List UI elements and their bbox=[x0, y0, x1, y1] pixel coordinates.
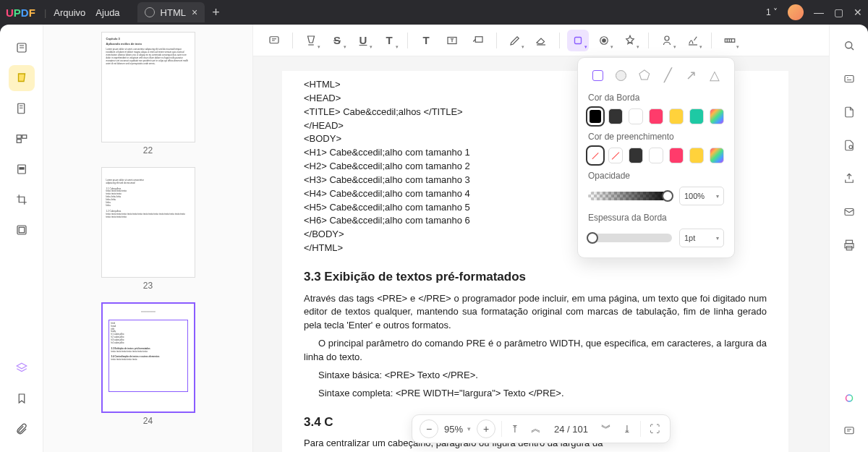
fit-page-icon[interactable]: ⛶ bbox=[647, 423, 663, 435]
page-number[interactable]: 24 / 101 bbox=[550, 424, 592, 435]
svg-rect-6 bbox=[20, 168, 24, 169]
textbox-tool-icon[interactable] bbox=[441, 30, 463, 51]
bookmark-icon[interactable] bbox=[9, 385, 35, 412]
reader-tool-icon[interactable] bbox=[9, 35, 35, 61]
svg-rect-12 bbox=[575, 37, 582, 43]
close-icon[interactable]: × bbox=[192, 7, 197, 18]
highlight-tool-icon[interactable]: ▾ bbox=[300, 30, 322, 51]
svg-point-15 bbox=[665, 36, 669, 40]
thickness-value[interactable]: 1pt▾ bbox=[679, 229, 724, 247]
document-tab[interactable]: HTML × bbox=[137, 2, 205, 22]
border-color-row bbox=[588, 108, 724, 124]
thumb-label: 22 bbox=[143, 145, 153, 155]
email-icon[interactable] bbox=[838, 201, 860, 223]
shape-oval-icon[interactable] bbox=[614, 68, 627, 82]
print-icon[interactable] bbox=[838, 234, 860, 256]
maximize-icon[interactable]: ▢ bbox=[834, 7, 843, 18]
ocr-icon[interactable] bbox=[838, 68, 860, 90]
close-window-icon[interactable]: ✕ bbox=[854, 7, 862, 18]
share-icon[interactable] bbox=[838, 168, 860, 189]
shape-tool-icon[interactable]: ▾ bbox=[567, 30, 589, 51]
strikethrough-tool-icon[interactable]: S▾ bbox=[326, 30, 348, 51]
shape-triangle-icon[interactable]: △ bbox=[708, 68, 721, 82]
zoom-out-icon[interactable]: − bbox=[420, 419, 438, 438]
swatch-white[interactable] bbox=[649, 148, 663, 163]
sign-tool-icon[interactable]: ▾ bbox=[656, 30, 678, 51]
stamp-tool-icon[interactable]: ▾ bbox=[593, 30, 615, 51]
swatch-teal[interactable] bbox=[689, 108, 704, 124]
edit-tool-icon[interactable] bbox=[9, 95, 35, 121]
swatch-pink[interactable] bbox=[649, 108, 663, 124]
swatch-custom[interactable] bbox=[710, 148, 724, 163]
measure-tool-icon[interactable]: ▾ bbox=[719, 30, 741, 51]
text-tool-icon[interactable]: T bbox=[415, 30, 437, 51]
titlebar: UPDF | Arquivo Ajuda HTML × + 1 ˅ — ▢ ✕ bbox=[0, 0, 868, 25]
tab-title: HTML bbox=[161, 7, 186, 18]
comment-panel-icon[interactable] bbox=[838, 420, 860, 442]
redact-tool-icon[interactable] bbox=[9, 156, 35, 182]
svg-rect-8 bbox=[19, 227, 25, 233]
shape-arrow-icon[interactable]: ↗ bbox=[684, 68, 697, 82]
fill-color-row bbox=[588, 148, 724, 163]
menu-file[interactable]: Arquivo bbox=[54, 7, 85, 18]
swatch-pink[interactable] bbox=[669, 148, 684, 163]
zoom-in-icon[interactable]: + bbox=[477, 419, 495, 438]
swatch-dark[interactable] bbox=[629, 148, 643, 163]
signature-tool-icon[interactable]: ▾ bbox=[682, 30, 704, 51]
thumb-label: 23 bbox=[143, 281, 153, 291]
swatch-none[interactable] bbox=[588, 148, 603, 163]
menu-help[interactable]: Ajuda bbox=[95, 7, 119, 18]
next-page-icon[interactable]: ︾ bbox=[598, 422, 614, 435]
svg-point-17 bbox=[845, 42, 851, 48]
swatch-custom[interactable] bbox=[710, 108, 724, 124]
crop-tool-icon[interactable] bbox=[9, 187, 35, 213]
attachment-icon[interactable] bbox=[9, 416, 35, 442]
svg-point-14 bbox=[603, 38, 606, 42]
swatch-white[interactable] bbox=[629, 108, 643, 124]
layers-icon[interactable] bbox=[9, 355, 35, 381]
underline-tool-icon[interactable]: U▾ bbox=[352, 30, 374, 51]
sticker-tool-icon[interactable]: ▾ bbox=[619, 30, 641, 51]
last-page-icon[interactable]: ⤓ bbox=[620, 423, 634, 435]
eraser-tool-icon[interactable] bbox=[530, 30, 552, 51]
doc-icon bbox=[145, 7, 155, 17]
svg-rect-16 bbox=[725, 38, 735, 42]
shape-polygon-icon[interactable]: ⬠ bbox=[638, 68, 651, 82]
pencil-tool-icon[interactable]: ▾ bbox=[504, 30, 526, 51]
swatch-yellow[interactable] bbox=[689, 148, 704, 163]
export-icon[interactable] bbox=[838, 101, 860, 123]
shape-rectangle-icon[interactable] bbox=[591, 68, 604, 82]
zoom-level[interactable]: 95%▾ bbox=[444, 424, 471, 435]
prev-page-icon[interactable]: ︽ bbox=[528, 422, 544, 435]
swatch-yellow[interactable] bbox=[669, 108, 684, 124]
shape-line-icon[interactable]: ╱ bbox=[661, 68, 674, 82]
first-page-icon[interactable]: ⤒ bbox=[508, 423, 522, 435]
swatch-black[interactable] bbox=[588, 108, 603, 124]
swatch-dark[interactable] bbox=[608, 108, 623, 124]
swatch-transparent[interactable] bbox=[608, 148, 623, 163]
squiggly-tool-icon[interactable]: T▾ bbox=[378, 30, 400, 51]
svg-rect-11 bbox=[475, 36, 482, 42]
tab-count[interactable]: 1 ˅ bbox=[766, 7, 778, 17]
svg-rect-4 bbox=[17, 140, 21, 143]
note-tool-icon[interactable] bbox=[263, 30, 285, 51]
minimize-icon[interactable]: — bbox=[814, 7, 824, 18]
comment-tool-icon[interactable] bbox=[9, 65, 35, 91]
form-tool-icon[interactable] bbox=[9, 217, 35, 243]
thumb-page-24[interactable]: ━━━━━━━━━━ htmlheadtitlebodyh1 cabeçalho… bbox=[101, 302, 195, 413]
protect-icon[interactable] bbox=[838, 135, 860, 156]
opacity-value[interactable]: 100%▾ bbox=[679, 187, 724, 205]
avatar[interactable] bbox=[788, 4, 804, 20]
ai-icon[interactable] bbox=[838, 388, 860, 410]
svg-rect-20 bbox=[845, 209, 854, 216]
thickness-slider[interactable] bbox=[588, 234, 672, 242]
new-tab-button[interactable]: + bbox=[212, 5, 220, 20]
page-viewport[interactable]: <HTML> <HEAD> <TITLE> Cabe&ccedil;alhos … bbox=[253, 56, 829, 452]
search-icon[interactable] bbox=[838, 35, 860, 56]
thumb-page-22[interactable]: Capítulo 3 Aplicando estilos de texto Lo… bbox=[101, 32, 195, 142]
opacity-slider[interactable] bbox=[588, 192, 672, 200]
thumbnail-panel[interactable]: Capítulo 3 Aplicando estilos de texto Lo… bbox=[43, 25, 253, 452]
callout-tool-icon[interactable] bbox=[467, 30, 489, 51]
organize-tool-icon[interactable] bbox=[9, 126, 35, 152]
thumb-page-23[interactable]: Lorem ipsum dolor sit amet consecteturad… bbox=[101, 167, 195, 278]
